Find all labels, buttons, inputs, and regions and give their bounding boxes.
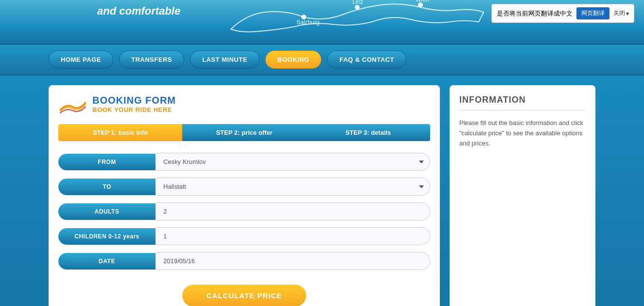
nav-last-minute[interactable]: LAST MINUTE (190, 51, 260, 69)
svg-text:Linz: Linz (352, 0, 363, 5)
header-tagline: and comfortable (97, 5, 180, 18)
svg-point-4 (418, 2, 423, 7)
translation-text: 是否将当前网页翻译成中文 (497, 9, 573, 18)
date-input[interactable] (156, 252, 430, 270)
booking-title-area: BOOKING FORM BOOK YOUR RIDE HERE (92, 95, 176, 113)
booking-form-subtitle: BOOK YOUR RIDE HERE (92, 106, 176, 113)
translation-bar: 是否将当前网页翻译成中文 网页翻译 关闭 ▾ (491, 4, 634, 23)
to-select[interactable]: Hallstatt Salzburg Vienna (156, 178, 430, 196)
from-label: FROM (58, 154, 156, 170)
calculate-price-button[interactable]: CALCULATE PRICE (182, 285, 307, 306)
children-input[interactable] (156, 227, 430, 245)
nav-transfers[interactable]: TRANSFERS (119, 51, 184, 69)
chevron-down-icon: ▾ (626, 10, 629, 17)
children-label: CHILDREN 0-12 years (58, 228, 156, 245)
calculate-btn-area: CALCULATE PRICE (58, 277, 430, 306)
svg-point-2 (355, 5, 360, 10)
to-label: TO (58, 179, 156, 195)
booking-panel: BOOKING FORM BOOK YOUR RIDE HERE STEP 1:… (49, 85, 440, 306)
close-translation-button[interactable]: 关闭 ▾ (613, 9, 629, 18)
date-label: DATE (58, 253, 156, 270)
info-panel: INFORMATION Please fill out the basic in… (450, 85, 595, 306)
step-1[interactable]: STEP 1: basic info (58, 124, 182, 141)
nav-booking[interactable]: BOOKING (265, 51, 322, 69)
map-svg: Salzburg Linz Wien (207, 0, 498, 44)
adults-row: ADULTS (58, 202, 430, 220)
adults-label: ADULTS (58, 203, 156, 220)
step-2[interactable]: STEP 2: price offer (182, 124, 306, 141)
nav-home-page[interactable]: HOME PAGE (49, 51, 113, 69)
from-row: FROM Cesky Krumlov Prague Vienna (58, 153, 430, 171)
translate-button[interactable]: 网页翻译 (576, 7, 609, 19)
booking-header: BOOKING FORM BOOK YOUR RIDE HERE (58, 95, 430, 114)
info-panel-text: Please fill out the basic information an… (459, 118, 586, 148)
svg-text:Salzburg: Salzburg (296, 19, 319, 26)
steps-bar: STEP 1: basic info STEP 2: price offer S… (58, 124, 430, 141)
main-content: BOOKING FORM BOOK YOUR RIDE HERE STEP 1:… (0, 75, 644, 306)
adults-input[interactable] (156, 202, 430, 220)
svg-text:Wien: Wien (416, 0, 429, 3)
to-row: TO Hallstatt Salzburg Vienna (58, 178, 430, 196)
logo-waves-icon (58, 95, 87, 114)
navigation-bar: HOME PAGE TRANSFERS LAST MINUTE BOOKING … (0, 44, 644, 75)
step-3[interactable]: STEP 3: details (306, 124, 430, 141)
map-area: Salzburg Linz Wien (207, 0, 498, 44)
info-panel-title: INFORMATION (459, 95, 586, 110)
from-select[interactable]: Cesky Krumlov Prague Vienna (156, 153, 430, 171)
nav-faq-contact[interactable]: FAQ & CONTACT (327, 51, 406, 69)
date-row: DATE (58, 252, 430, 270)
children-row: CHILDREN 0-12 years (58, 227, 430, 245)
booking-form-title: BOOKING FORM (92, 95, 176, 106)
